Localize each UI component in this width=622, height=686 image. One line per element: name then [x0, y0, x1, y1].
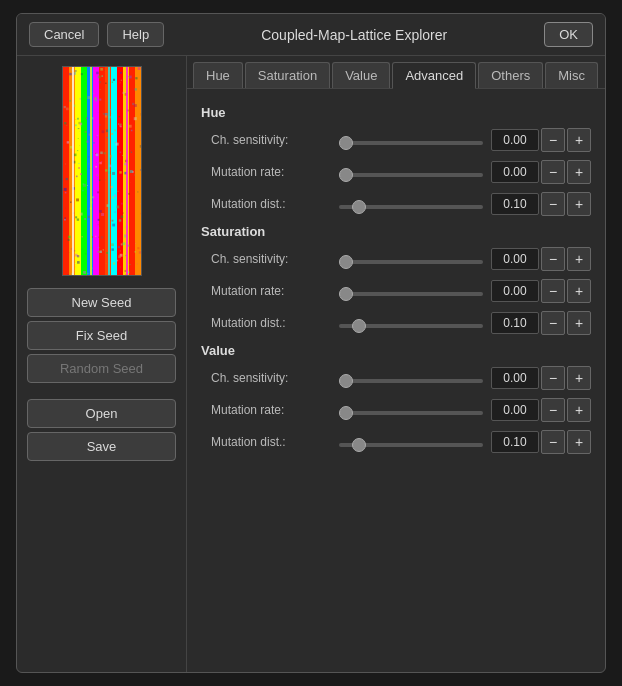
sat-mutation-rate-row: Mutation rate: − +	[201, 279, 591, 303]
sat-ch-sensitivity-decrement[interactable]: −	[541, 247, 565, 271]
sat-mutation-rate-slider-container	[339, 284, 483, 299]
title-bar: Cancel Help Coupled-Map-Lattice Explorer…	[17, 14, 605, 56]
hue-mutation-dist-label: Mutation dist.:	[211, 197, 331, 211]
val-mutation-dist-value[interactable]	[491, 431, 539, 453]
sat-ch-sensitivity-label: Ch. sensitivity:	[211, 252, 331, 266]
val-mutation-rate-increment[interactable]: +	[567, 398, 591, 422]
val-ch-sensitivity-row: Ch. sensitivity: − +	[201, 366, 591, 390]
saturation-section-title: Saturation	[201, 224, 591, 239]
val-mutation-rate-slider-container	[339, 403, 483, 418]
hue-ch-sensitivity-label: Ch. sensitivity:	[211, 133, 331, 147]
hue-ch-sensitivity-increment[interactable]: +	[567, 128, 591, 152]
hue-ch-sensitivity-row: Ch. sensitivity: − +	[201, 128, 591, 152]
val-mutation-rate-row: Mutation rate: − +	[201, 398, 591, 422]
value-section-title: Value	[201, 343, 591, 358]
tab-misc[interactable]: Misc	[545, 62, 598, 88]
val-ch-sensitivity-value[interactable]	[491, 367, 539, 389]
dialog-title: Coupled-Map-Lattice Explorer	[172, 27, 536, 43]
seed-buttons: New Seed Fix Seed Random Seed	[27, 288, 176, 383]
tabs-bar: Hue Saturation Value Advanced Others Mis…	[187, 56, 605, 89]
tab-value[interactable]: Value	[332, 62, 390, 88]
cancel-button[interactable]: Cancel	[29, 22, 99, 47]
sat-mutation-rate-slider[interactable]	[339, 292, 483, 296]
val-mutation-dist-slider[interactable]	[339, 443, 483, 447]
hue-ch-sensitivity-value[interactable]	[491, 129, 539, 151]
val-mutation-dist-row: Mutation dist.: − +	[201, 430, 591, 454]
sat-ch-sensitivity-increment[interactable]: +	[567, 247, 591, 271]
fix-seed-button[interactable]: Fix Seed	[27, 321, 176, 350]
val-mutation-rate-label: Mutation rate:	[211, 403, 331, 417]
preview-canvas	[63, 67, 142, 276]
hue-mutation-rate-slider-container	[339, 165, 483, 180]
val-ch-sensitivity-decrement[interactable]: −	[541, 366, 565, 390]
open-button[interactable]: Open	[27, 399, 176, 428]
open-save-buttons: Open Save	[27, 399, 176, 461]
content-area: New Seed Fix Seed Random Seed Open Save …	[17, 56, 605, 672]
hue-mutation-dist-decrement[interactable]: −	[541, 192, 565, 216]
hue-mutation-dist-slider[interactable]	[339, 205, 483, 209]
tab-others[interactable]: Others	[478, 62, 543, 88]
hue-mutation-rate-row: Mutation rate: − +	[201, 160, 591, 184]
sat-mutation-dist-decrement[interactable]: −	[541, 311, 565, 335]
right-panel: Hue Saturation Value Advanced Others Mis…	[187, 56, 605, 672]
hue-mutation-rate-slider[interactable]	[339, 173, 483, 177]
hue-mutation-rate-decrement[interactable]: −	[541, 160, 565, 184]
val-mutation-dist-increment[interactable]: +	[567, 430, 591, 454]
panel-content: Hue Ch. sensitivity: − + Mutation rate:	[187, 89, 605, 672]
hue-ch-sensitivity-decrement[interactable]: −	[541, 128, 565, 152]
sat-mutation-dist-row: Mutation dist.: − +	[201, 311, 591, 335]
sat-ch-sensitivity-row: Ch. sensitivity: − +	[201, 247, 591, 271]
sat-ch-sensitivity-slider-container	[339, 252, 483, 267]
sat-mutation-rate-label: Mutation rate:	[211, 284, 331, 298]
tab-advanced[interactable]: Advanced	[392, 62, 476, 89]
sat-mutation-dist-slider[interactable]	[339, 324, 483, 328]
sat-mutation-rate-value[interactable]	[491, 280, 539, 302]
sat-ch-sensitivity-slider[interactable]	[339, 260, 483, 264]
sat-mutation-rate-increment[interactable]: +	[567, 279, 591, 303]
hue-mutation-dist-value[interactable]	[491, 193, 539, 215]
sat-ch-sensitivity-value[interactable]	[491, 248, 539, 270]
val-ch-sensitivity-slider[interactable]	[339, 379, 483, 383]
tab-saturation[interactable]: Saturation	[245, 62, 330, 88]
hue-mutation-dist-row: Mutation dist.: − +	[201, 192, 591, 216]
sat-mutation-dist-slider-container	[339, 316, 483, 331]
hue-mutation-dist-slider-container	[339, 197, 483, 212]
sat-mutation-dist-increment[interactable]: +	[567, 311, 591, 335]
val-mutation-rate-slider[interactable]	[339, 411, 483, 415]
hue-section-title: Hue	[201, 105, 591, 120]
dialog: Cancel Help Coupled-Map-Lattice Explorer…	[16, 13, 606, 673]
random-seed-button[interactable]: Random Seed	[27, 354, 176, 383]
hue-mutation-rate-increment[interactable]: +	[567, 160, 591, 184]
val-mutation-dist-decrement[interactable]: −	[541, 430, 565, 454]
hue-mutation-dist-increment[interactable]: +	[567, 192, 591, 216]
hue-mutation-rate-label: Mutation rate:	[211, 165, 331, 179]
new-seed-button[interactable]: New Seed	[27, 288, 176, 317]
ok-button[interactable]: OK	[544, 22, 593, 47]
sat-mutation-dist-label: Mutation dist.:	[211, 316, 331, 330]
val-ch-sensitivity-increment[interactable]: +	[567, 366, 591, 390]
sat-mutation-dist-value[interactable]	[491, 312, 539, 334]
hue-mutation-rate-value[interactable]	[491, 161, 539, 183]
val-mutation-rate-value[interactable]	[491, 399, 539, 421]
val-mutation-dist-slider-container	[339, 435, 483, 450]
save-button[interactable]: Save	[27, 432, 176, 461]
help-button[interactable]: Help	[107, 22, 164, 47]
val-ch-sensitivity-label: Ch. sensitivity:	[211, 371, 331, 385]
val-ch-sensitivity-slider-container	[339, 371, 483, 386]
preview-image	[62, 66, 142, 276]
hue-ch-sensitivity-slider[interactable]	[339, 141, 483, 145]
hue-ch-sensitivity-slider-container	[339, 133, 483, 148]
sat-mutation-rate-decrement[interactable]: −	[541, 279, 565, 303]
tab-hue[interactable]: Hue	[193, 62, 243, 88]
left-panel: New Seed Fix Seed Random Seed Open Save	[17, 56, 187, 672]
val-mutation-rate-decrement[interactable]: −	[541, 398, 565, 422]
val-mutation-dist-label: Mutation dist.:	[211, 435, 331, 449]
